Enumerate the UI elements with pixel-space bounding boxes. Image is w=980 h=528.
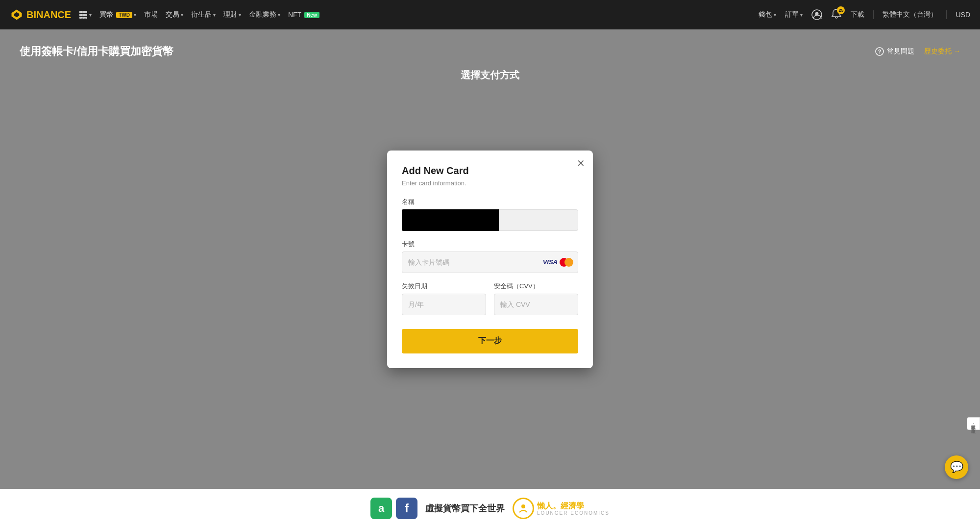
add-card-modal: ✕ Add New Card Enter card information. 名… — [387, 151, 593, 368]
nav-orders[interactable]: 訂單 ▾ — [785, 10, 803, 19]
svg-rect-3 — [82, 11, 85, 13]
expiry-label: 失效日期 — [402, 282, 486, 291]
nav-item-trade-label: 交易 — [166, 10, 179, 19]
lounger-icon — [517, 503, 529, 514]
card-brand-icons: VISA — [543, 258, 573, 267]
modal-overlay: ✕ Add New Card Enter card information. 名… — [0, 29, 980, 489]
nav-account-icon[interactable] — [811, 9, 822, 20]
svg-rect-8 — [79, 17, 82, 19]
nav-badge-new: New — [304, 12, 319, 18]
nav-wallet[interactable]: 錢包 ▾ — [759, 10, 776, 19]
expiry-cvv-row: 失效日期 安全碼（CVV） — [402, 282, 578, 324]
footer-logo-sub: LOUNGER ECONOMICS — [537, 510, 610, 516]
nav-item-nft[interactable]: NFT New — [288, 11, 319, 19]
name-input[interactable] — [402, 209, 578, 231]
card-label: 卡號 — [402, 240, 578, 249]
footer-text: 虛擬貨幣買下全世界 — [425, 503, 505, 514]
svg-rect-4 — [85, 11, 87, 13]
name-label: 名稱 — [402, 198, 578, 206]
footer-logo-text-block: 懶人。經濟學 LOUNGER ECONOMICS — [537, 501, 610, 516]
expiry-form-group: 失效日期 — [402, 282, 486, 315]
navbar-right: 錢包 ▾ 訂單 ▾ 25 下載 繁體中文（台灣） — [759, 8, 970, 22]
modal-title: Add New Card — [402, 165, 578, 176]
name-form-group: 名稱 — [402, 198, 578, 231]
nav-item-nft-label: NFT — [288, 11, 301, 19]
svg-rect-7 — [85, 14, 87, 16]
nav-item-financial-services[interactable]: 金融業務 ▾ — [249, 10, 280, 19]
mc-circle-orange — [564, 258, 573, 267]
nav-download-label: 下載 — [851, 10, 864, 19]
nav-currency-label: USD — [956, 11, 970, 19]
footer-logo-circle — [513, 498, 534, 519]
nav-item-trade[interactable]: 交易 ▾ — [166, 10, 183, 19]
footer: a f 虛擬貨幣買下全世界 懶人。經濟學 LOUNGER ECONOMICS — [0, 489, 980, 528]
nav-language-label: 繁體中文（台灣） — [882, 10, 937, 19]
footer-logo: 懶人。經濟學 LOUNGER ECONOMICS — [513, 498, 610, 519]
visa-icon: VISA — [543, 258, 558, 266]
nav-item-derivatives[interactable]: 衍生品 ▾ — [191, 10, 216, 19]
svg-rect-10 — [85, 17, 87, 19]
cvv-form-group: 安全碼（CVV） — [494, 282, 578, 315]
nav-download[interactable]: 下載 — [851, 10, 864, 19]
cvv-input[interactable] — [494, 294, 578, 315]
card-input-wrapper: VISA — [402, 251, 578, 273]
name-field-container — [402, 209, 578, 231]
binance-logo-text: BINANCE — [26, 9, 71, 21]
modal-subtitle: Enter card information. — [402, 179, 578, 187]
nav-item-financial-services-label: 金融業務 — [249, 10, 276, 19]
mastercard-icon — [560, 258, 573, 267]
nav-item-buy-label: 買幣 — [99, 10, 113, 19]
card-form-group: 卡號 VISA — [402, 240, 578, 273]
nav-badge-twd: TWD — [116, 12, 132, 18]
nav-item-finance[interactable]: 理財 ▾ — [223, 10, 241, 19]
apps-chevron: ▾ — [89, 12, 92, 18]
expiry-input[interactable] — [402, 294, 486, 315]
grid-icon — [79, 10, 88, 19]
svg-point-15 — [521, 504, 525, 508]
binance-diamond-icon — [10, 8, 24, 22]
footer-facebook-icon[interactable]: f — [396, 498, 417, 519]
nav-item-market-label: 市場 — [144, 10, 158, 19]
nav-wallet-label: 錢包 — [759, 10, 772, 19]
next-button[interactable]: 下一步 — [402, 329, 578, 353]
svg-rect-2 — [79, 11, 82, 13]
cvv-label: 安全碼（CVV） — [494, 282, 578, 291]
page-background: 使用簽帳卡/信用卡購買加密貨幣 ? 常見問題 歷史委托 → 選擇支付方式 ✕ A… — [0, 29, 980, 489]
modal-close-button[interactable]: ✕ — [577, 158, 585, 168]
nav-item-buy[interactable]: 買幣 TWD ▾ — [99, 10, 136, 19]
notification-icon[interactable]: 25 — [831, 8, 842, 22]
notification-count: 25 — [837, 6, 845, 14]
nav-currency[interactable]: USD — [956, 11, 970, 19]
footer-icons: a f — [370, 498, 417, 519]
footer-logo-name: 懶人。經濟學 — [537, 501, 610, 510]
nav-language[interactable]: 繁體中文（台灣） — [882, 10, 937, 19]
nav-item-finance-label: 理財 — [223, 10, 237, 19]
svg-rect-5 — [79, 14, 82, 16]
nav-orders-label: 訂單 — [785, 10, 799, 19]
footer-green-icon[interactable]: a — [370, 498, 392, 519]
svg-rect-9 — [82, 17, 85, 19]
svg-rect-6 — [82, 14, 85, 16]
apps-menu-icon[interactable]: ▾ — [79, 10, 92, 19]
account-icon — [811, 9, 822, 20]
divider — [873, 10, 874, 19]
nav-item-market[interactable]: 市場 — [144, 10, 158, 19]
nav-item-derivatives-label: 衍生品 — [191, 10, 212, 19]
navbar-left: BINANCE ▾ 買幣 TWD ▾ 市場 — [10, 8, 319, 22]
navbar: BINANCE ▾ 買幣 TWD ▾ 市場 — [0, 0, 980, 29]
divider2 — [946, 10, 947, 19]
binance-logo[interactable]: BINANCE — [10, 8, 71, 22]
